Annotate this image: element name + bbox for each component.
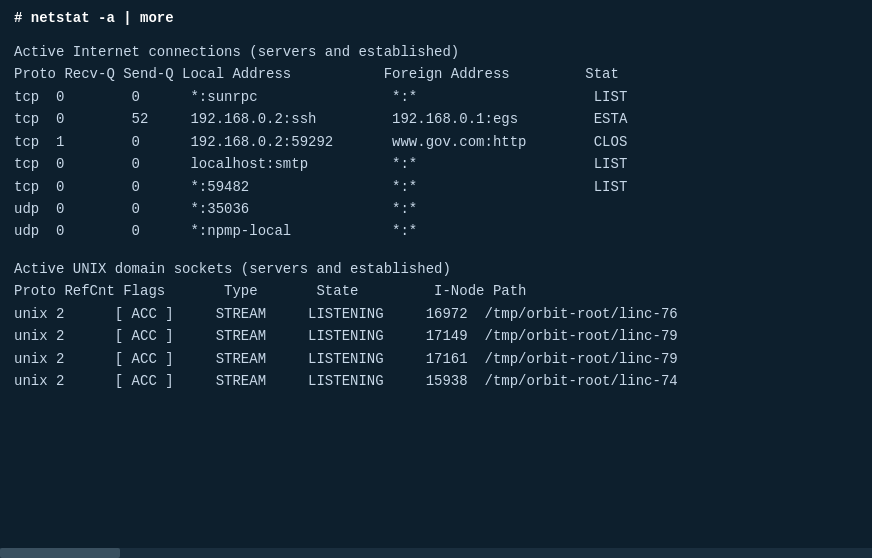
internet-table-header: Proto Recv-Q Send-Q Local Address Foreig… (14, 66, 858, 82)
terminal-window: # netstat -a | more Active Internet conn… (0, 0, 872, 558)
table-row: udp 0 0 *:npmp-local *:* (14, 220, 858, 242)
table-row: tcp 0 0 *:sunrpc *:* LIST (14, 86, 858, 108)
internet-rows: tcp 0 0 *:sunrpc *:* LISTtcp 0 52 192.16… (14, 86, 858, 243)
unix-rows: unix 2 [ ACC ] STREAM LISTENING 16972 /t… (14, 303, 858, 393)
unix-table-header: Proto RefCnt Flags Type State I-Node Pat… (14, 283, 858, 299)
table-row: unix 2 [ ACC ] STREAM LISTENING 17161 /t… (14, 348, 858, 370)
table-row: tcp 0 0 *:59482 *:* LIST (14, 176, 858, 198)
unix-section-header: Active UNIX domain sockets (servers and … (14, 261, 858, 277)
table-row: tcp 0 0 localhost:smtp *:* LIST (14, 153, 858, 175)
internet-section-header: Active Internet connections (servers and… (14, 44, 858, 60)
table-row: unix 2 [ ACC ] STREAM LISTENING 16972 /t… (14, 303, 858, 325)
scrollbar[interactable] (0, 548, 872, 558)
table-row: unix 2 [ ACC ] STREAM LISTENING 15938 /t… (14, 370, 858, 392)
command-line: # netstat -a | more (14, 10, 858, 26)
table-row: unix 2 [ ACC ] STREAM LISTENING 17149 /t… (14, 325, 858, 347)
table-row: tcp 0 52 192.168.0.2:ssh 192.168.0.1:egs… (14, 108, 858, 130)
table-row: udp 0 0 *:35036 *:* (14, 198, 858, 220)
scrollbar-thumb[interactable] (0, 548, 120, 558)
table-row: tcp 1 0 192.168.0.2:59292 www.gov.com:ht… (14, 131, 858, 153)
